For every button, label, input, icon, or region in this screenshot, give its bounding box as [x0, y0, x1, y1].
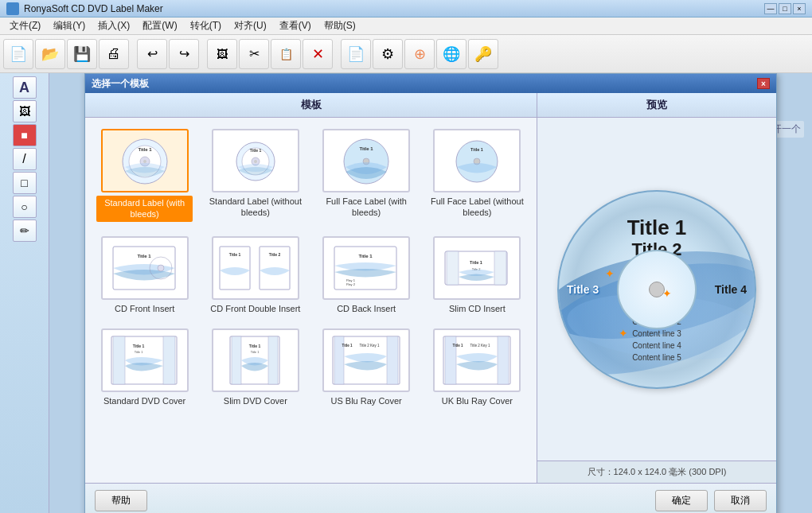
template-standard-dvd-cover[interactable]: Title 1 Title 1 Standard DVD Cover — [93, 325, 196, 410]
cancel-button[interactable]: 取消 — [714, 490, 767, 511]
ok-button[interactable]: 确定 — [655, 490, 708, 511]
svg-text:Title 2   Key 1: Title 2 Key 1 — [360, 344, 380, 348]
undo-button[interactable]: ↩ — [137, 39, 167, 69]
svg-text:Title 1: Title 1 — [251, 350, 260, 354]
pencil-tool[interactable]: ✏ — [13, 220, 37, 242]
copy-button[interactable]: 📋 — [271, 39, 301, 69]
rect-tool[interactable]: □ — [13, 172, 37, 194]
circle-tool[interactable]: ○ — [13, 196, 37, 218]
template-slim-cd-insert[interactable]: Title 1 Title 2 Slim CD Insert — [426, 233, 529, 317]
template-label-8: Standard DVD Cover — [103, 395, 185, 406]
close-button[interactable]: × — [793, 3, 806, 14]
template-label-1: Standard Label (without bleeds) — [207, 196, 303, 219]
cd-content-line4: Content line 4 — [559, 340, 755, 352]
left-toolbar: A 🖼 ■ / □ ○ ✏ — [0, 73, 49, 513]
template-thumb-11: Title 1 Title 2 Key 1 — [433, 328, 521, 392]
open-button[interactable]: 📂 — [35, 39, 65, 69]
svg-text:Title 1: Title 1 — [134, 350, 143, 354]
cd-preview: Title 1 Title 2 Title 3 Title 4 Content … — [557, 190, 756, 389]
canvas-area: 订开一个 选择一个模板 × 模板 — [49, 73, 812, 513]
menu-help[interactable]: 帮助(S) — [318, 17, 362, 34]
template-cd-front-double-insert[interactable]: Title 1 Title 2 CD Front Double Insert — [204, 233, 306, 317]
web-button[interactable]: 🌐 — [436, 39, 467, 69]
template-cd-front-insert[interactable]: Title 1 CD Front Insert — [93, 233, 196, 317]
title-bar: RonyaSoft CD DVD Label Maker — □ × — [0, 0, 812, 17]
star-icon-1: ✦ — [605, 267, 615, 280]
svg-text:Title 1: Title 1 — [470, 147, 483, 152]
dialog-title: 选择一个模板 — [92, 77, 757, 91]
template-thumb-10: Title 1 Title 2 Key 1 — [322, 328, 410, 392]
template-thumb-8: Title 1 Title 1 — [101, 328, 189, 392]
preview-content: Title 1 Title 2 Title 3 Title 4 Content … — [537, 118, 776, 461]
maximize-button[interactable]: □ — [779, 3, 791, 14]
new-button[interactable]: 📄 — [3, 39, 33, 69]
settings-button[interactable]: ⚙ — [373, 39, 403, 69]
footer-right: 确定 取消 — [655, 490, 767, 511]
template-thumb-3: Title 1 — [433, 129, 521, 192]
template-label-7: Slim CD Insert — [449, 303, 506, 314]
menu-file[interactable]: 文件(Z) — [3, 17, 47, 34]
svg-text:Title 1: Title 1 — [132, 344, 144, 348]
template-label-4: CD Front Insert — [115, 303, 174, 314]
redo-button[interactable]: ↪ — [169, 39, 199, 69]
preview-size: 尺寸：124.0 x 124.0 毫米 (300 DPI) — [537, 461, 776, 483]
menu-view[interactable]: 查看(V) — [273, 17, 318, 34]
minimize-button[interactable]: — — [764, 3, 777, 14]
menu-align[interactable]: 对齐(U) — [228, 17, 273, 34]
template-full-face-with-bleeds[interactable]: Title 1 Full Face Label (with bleeds) — [315, 126, 418, 225]
dialog-footer: 帮助 确定 取消 — [85, 483, 776, 513]
template-thumb-standard-with-bleeds: Title 1 — [101, 129, 189, 192]
preview-header: 预览 — [537, 93, 776, 118]
menu-transform[interactable]: 转化(T) — [184, 17, 228, 34]
svg-rect-40 — [268, 336, 278, 384]
help2-button[interactable]: ⊕ — [404, 39, 435, 69]
template-thumb-1: Title 1 — [212, 129, 299, 192]
cd-content-line3: Content line 3 — [559, 328, 755, 340]
save-button[interactable]: 💾 — [67, 39, 97, 69]
svg-rect-50 — [498, 336, 509, 384]
svg-text:Title 1: Title 1 — [453, 344, 463, 348]
line-tool[interactable]: / — [13, 148, 37, 170]
template-standard-with-bleeds[interactable]: Title 1 Standard Label (with bleeds) — [93, 126, 196, 225]
template-slim-dvd-cover[interactable]: Title 1 Title 1 Slim DVD Cover — [204, 325, 306, 410]
color-tool[interactable]: ■ — [13, 124, 37, 146]
dialog-title-bar: 选择一个模板 × — [85, 74, 776, 93]
menu-config[interactable]: 配置(W) — [136, 17, 183, 34]
template-uk-blu-ray-cover[interactable]: Title 1 Title 2 Key 1 UK Blu Ray Cover — [426, 325, 529, 410]
templates-grid: Title 1 Standard Label (with bleeds) — [85, 118, 537, 483]
help-button[interactable]: 帮助 — [95, 490, 147, 511]
dialog-overlay: 选择一个模板 × 模板 — [49, 73, 812, 513]
text-tool[interactable]: A — [13, 76, 37, 99]
template-label-0: Standard Label (with bleeds) — [96, 196, 193, 222]
template-label-9: Slim DVD Cover — [224, 395, 287, 406]
dialog-body: 模板 Title 1 — [85, 93, 776, 483]
main-area: A 🖼 ■ / □ ○ ✏ 订开一个 选择一个模板 × 模板 — [0, 73, 812, 513]
app-icon — [6, 2, 19, 15]
print-button[interactable]: 🖨 — [99, 39, 129, 69]
cut-button[interactable]: ✂ — [239, 39, 269, 69]
template-cd-back-insert[interactable]: Title 1 Flay 1 Flay 2 CD Back Insert — [315, 233, 418, 317]
menu-edit[interactable]: 编辑(Y) — [47, 17, 92, 34]
template-thumb-5: Title 1 Title 2 — [212, 236, 299, 300]
cd-title4: Title 4 — [715, 283, 747, 296]
template-full-face-without-bleeds[interactable]: Title 1 Full Face Label (without bleeds) — [426, 126, 529, 225]
menu-bar: 文件(Z) 编辑(Y) 插入(X) 配置(W) 转化(T) 对齐(U) 查看(V… — [0, 17, 812, 35]
svg-rect-29 — [447, 251, 459, 285]
svg-text:Title 2: Title 2 — [269, 252, 281, 257]
svg-text:Title 2   Key 1: Title 2 Key 1 — [470, 344, 490, 348]
dialog-close-button[interactable]: × — [757, 78, 770, 89]
svg-text:Title 1: Title 1 — [137, 254, 151, 258]
image-tool[interactable]: 🖼 — [13, 100, 37, 122]
key-button[interactable]: 🔑 — [468, 39, 498, 69]
svg-text:Title 1: Title 1 — [250, 148, 262, 153]
svg-text:Flay 2: Flay 2 — [346, 282, 356, 286]
template-us-blu-ray-cover[interactable]: Title 1 Title 2 Key 1 US Blu Ray Cover — [315, 325, 418, 410]
svg-point-3 — [143, 160, 146, 163]
menu-insert[interactable]: 插入(X) — [92, 17, 136, 34]
new2-button[interactable]: 📄 — [341, 39, 371, 69]
delete-button[interactable]: ✕ — [303, 39, 333, 69]
add-image-button[interactable]: 🖼 — [207, 39, 237, 69]
template-standard-without-bleeds[interactable]: Title 1 Standard Label (without bleeds) — [204, 126, 306, 225]
cd-content-line5: Content line 5 — [559, 352, 755, 363]
template-label-6: CD Back Insert — [337, 303, 396, 314]
